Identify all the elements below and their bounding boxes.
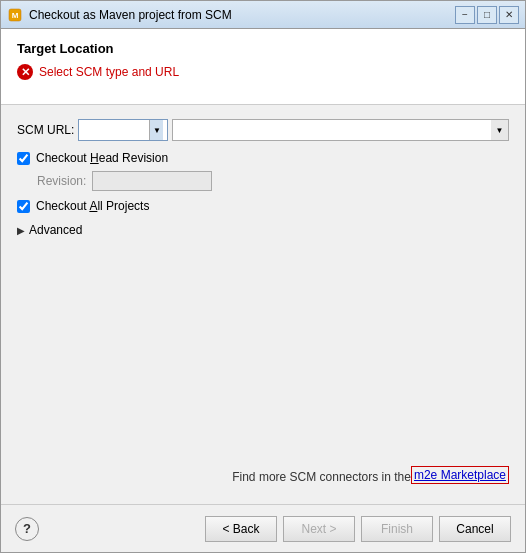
marketplace-area: Find more SCM connectors in the m2e Mark…	[17, 237, 509, 494]
advanced-label[interactable]: Advanced	[29, 223, 82, 237]
checkout-all-checkbox[interactable]	[17, 200, 30, 213]
finish-button[interactable]: Finish	[361, 516, 433, 542]
checkout-head-label[interactable]: Checkout Head Revision	[36, 151, 168, 165]
navigation-buttons: < Back Next > Finish Cancel	[205, 516, 511, 542]
scm-url-label: SCM URL:	[17, 123, 74, 137]
scm-url-row: SCM URL: ▼ ▼	[17, 119, 509, 141]
main-window: M Checkout as Maven project from SCM − □…	[0, 0, 526, 553]
error-message: Select SCM type and URL	[39, 65, 179, 79]
maximize-button[interactable]: □	[477, 6, 497, 24]
minimize-button[interactable]: −	[455, 6, 475, 24]
revision-row: Revision:	[37, 171, 509, 191]
revision-input[interactable]	[92, 171, 212, 191]
error-row: ✕ Select SCM type and URL	[17, 64, 509, 80]
svg-text:M: M	[12, 11, 19, 20]
window-icon: M	[7, 7, 23, 23]
scm-url-container: ▼ ▼	[78, 119, 509, 141]
checkout-head-row: Checkout Head Revision	[17, 151, 509, 165]
checkout-all-label[interactable]: Checkout All Projects	[36, 199, 149, 213]
advanced-row[interactable]: ▶ Advanced	[17, 223, 509, 237]
title-bar: M Checkout as Maven project from SCM − □…	[1, 1, 525, 29]
revision-label: Revision:	[37, 174, 86, 188]
advanced-triangle-icon: ▶	[17, 225, 25, 236]
next-button[interactable]: Next >	[283, 516, 355, 542]
error-icon: ✕	[17, 64, 33, 80]
close-button[interactable]: ✕	[499, 6, 519, 24]
checkout-all-row: Checkout All Projects	[17, 199, 509, 213]
button-bar: ? < Back Next > Finish Cancel	[1, 504, 525, 552]
window-controls: − □ ✕	[455, 6, 519, 24]
cancel-button[interactable]: Cancel	[439, 516, 511, 542]
full-url-row: ▼	[172, 119, 509, 141]
section-title: Target Location	[17, 41, 509, 56]
url-input[interactable]	[172, 119, 491, 141]
window-title: Checkout as Maven project from SCM	[29, 8, 455, 22]
header-area: Target Location ✕ Select SCM type and UR…	[1, 29, 525, 105]
url-dropdown-button[interactable]: ▼	[491, 119, 509, 141]
marketplace-text: Find more SCM connectors in the	[232, 470, 411, 484]
marketplace-link[interactable]: m2e Marketplace	[411, 466, 509, 484]
scm-type-arrow: ▼	[149, 120, 163, 140]
content-area: SCM URL: ▼ ▼ Checkout Head Revision Revi…	[1, 105, 525, 504]
checkout-head-checkbox[interactable]	[17, 152, 30, 165]
scm-type-dropdown[interactable]: ▼	[78, 119, 168, 141]
help-button[interactable]: ?	[15, 517, 39, 541]
back-button[interactable]: < Back	[205, 516, 277, 542]
